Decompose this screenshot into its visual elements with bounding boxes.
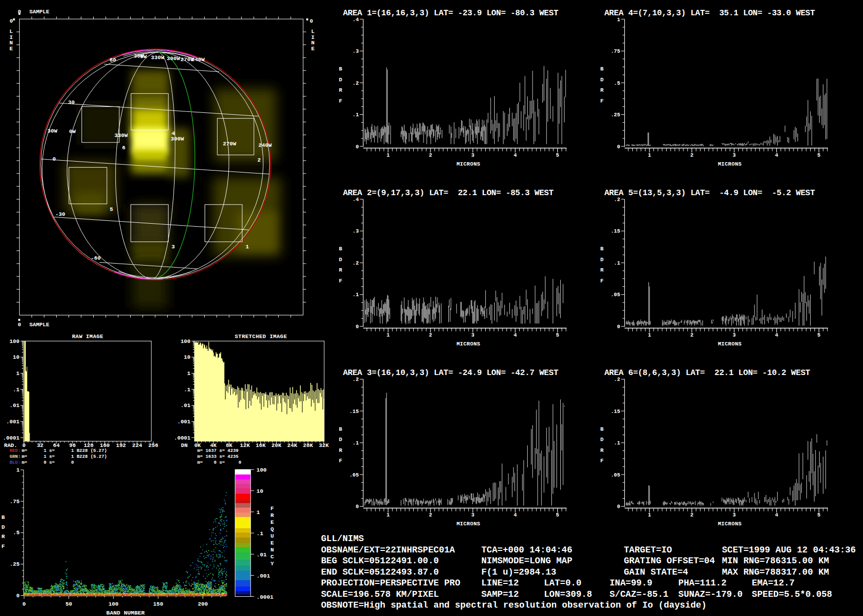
svg-text:330W: 330W [114, 133, 128, 138]
svg-text:N: N [311, 40, 315, 46]
svg-text:MICRONS: MICRONS [718, 341, 742, 347]
svg-text:300W: 300W [171, 136, 184, 142]
svg-text:10: 10 [13, 354, 20, 360]
svg-text:DN: DN [181, 443, 187, 448]
svg-text:0K: 0K [194, 443, 201, 448]
svg-text:R: R [339, 87, 342, 93]
svg-text:20K: 20K [272, 443, 282, 448]
svg-text:0: 0 [18, 9, 21, 15]
svg-text:R: R [339, 447, 342, 453]
svg-text:256: 256 [148, 443, 158, 448]
svg-text:EMA=12.7: EMA=12.7 [752, 578, 795, 588]
svg-text:R: R [339, 267, 342, 273]
svg-text:0: 0 [16, 593, 20, 599]
svg-text:0: 0 [356, 504, 359, 510]
svg-text:D: D [1, 524, 5, 530]
svg-text:R: R [271, 513, 274, 518]
svg-text:300W: 300W [167, 56, 180, 62]
svg-text:16K: 16K [256, 443, 266, 448]
svg-text:F(1 u)=2984.13: F(1 u)=2984.13 [481, 567, 556, 577]
svg-text:F: F [600, 458, 604, 464]
svg-text:1: 1 [648, 512, 651, 518]
svg-text:AREA 1=(16,16,3,3) LAT= -23.9: AREA 1=(16,16,3,3) LAT= -23.9 LON= -80.3… [343, 8, 558, 18]
svg-text:TCA=+000 14:04:46: TCA=+000 14:04:46 [481, 545, 573, 555]
svg-text:0W: 0W [140, 54, 147, 60]
svg-text:270W: 270W [223, 141, 236, 147]
svg-text:.01: .01 [256, 551, 267, 558]
svg-text:AREA 5=(13,5,3,3) LAT= -4.9 L: AREA 5=(13,5,3,3) LAT= -4.9 LON= -5.2 WE… [604, 188, 815, 198]
svg-text:R: R [600, 87, 604, 93]
svg-text:3: 3 [471, 332, 474, 338]
svg-text:B: B [600, 426, 604, 432]
svg-text:PROJECTION=PERSPECTIVE PRO: PROJECTION=PERSPECTIVE PRO [321, 578, 460, 588]
svg-text:60: 60 [109, 57, 116, 63]
svg-text:GRN:: GRN: [9, 454, 20, 459]
svg-text:U: U [271, 533, 274, 539]
svg-text:N: N [271, 547, 274, 553]
svg-text:10: 10 [256, 488, 263, 494]
svg-text:.05: .05 [611, 292, 620, 298]
svg-text:.1: .1 [614, 260, 620, 266]
svg-text:RED:: RED: [9, 448, 20, 453]
svg-text:TARGET=IO: TARGET=IO [624, 545, 672, 555]
svg-text:Y: Y [271, 561, 274, 567]
svg-text:192: 192 [116, 443, 126, 448]
svg-text:4: 4 [775, 152, 778, 158]
svg-text:OBSNOTE=High spatial and spect: OBSNOTE=High spatial and spectral resolu… [321, 600, 707, 610]
svg-text:Q: Q [271, 526, 274, 532]
svg-text:1: 1 [387, 332, 390, 338]
svg-text:0: 0 [617, 324, 620, 330]
svg-text:F: F [339, 278, 342, 284]
svg-text:BLU:: BLU: [9, 460, 20, 465]
svg-text:m= 1 s= 1 B228 (5.27: m= 1 s= 1 B228 (5.27) [22, 448, 107, 453]
svg-text:SAMP=12: SAMP=12 [481, 589, 519, 599]
svg-text:240W: 240W [191, 57, 205, 63]
svg-text:.25: .25 [9, 561, 20, 567]
svg-text:160: 160 [100, 443, 109, 448]
svg-text:2: 2 [429, 512, 432, 518]
svg-text:1: 1 [387, 152, 390, 158]
svg-text:30W: 30W [47, 128, 58, 134]
svg-text:1: 1 [648, 152, 651, 158]
svg-text:3: 3 [172, 244, 175, 250]
svg-text:N: N [9, 40, 13, 46]
svg-text:4: 4 [513, 152, 517, 158]
svg-text:10: 10 [184, 354, 191, 360]
svg-text:5: 5 [556, 332, 559, 338]
svg-text:50: 50 [66, 601, 72, 607]
svg-text:4: 4 [513, 512, 517, 518]
svg-text:0: 0 [22, 443, 26, 448]
svg-text:4: 4 [775, 332, 778, 338]
svg-text:.3: .3 [353, 48, 359, 54]
svg-text:4: 4 [513, 332, 517, 338]
svg-text:D: D [600, 437, 604, 443]
svg-text:.3: .3 [353, 228, 359, 234]
svg-text:0: 0 [10, 18, 13, 24]
svg-text:2: 2 [690, 332, 693, 338]
svg-text:GRATING OFFSET=04: GRATING OFFSET=04 [624, 556, 715, 566]
svg-text:128: 128 [84, 443, 94, 448]
svg-text:E: E [9, 46, 13, 52]
svg-text:.1: .1 [13, 387, 20, 393]
svg-text:MICRONS: MICRONS [457, 161, 480, 167]
svg-text:1: 1 [16, 371, 20, 376]
svg-text:S/CAZ=-85.1: S/CAZ=-85.1 [610, 589, 669, 599]
svg-text:.1: .1 [353, 292, 359, 298]
svg-text:0: 0 [310, 18, 313, 24]
svg-text:MAX RNG=788317.00 KM: MAX RNG=788317.00 KM [722, 567, 829, 577]
svg-text:SPEED=5.5*0.058: SPEED=5.5*0.058 [752, 589, 832, 599]
svg-text:0: 0 [23, 601, 26, 607]
svg-text:1: 1 [256, 509, 260, 515]
svg-text:.001: .001 [177, 419, 190, 425]
svg-text:D: D [600, 77, 604, 83]
svg-text:2: 2 [690, 152, 693, 158]
svg-text:3: 3 [471, 512, 474, 518]
svg-text:B: B [339, 426, 342, 432]
svg-text:96: 96 [69, 443, 76, 448]
svg-text:D: D [600, 257, 604, 263]
svg-text:1: 1 [648, 332, 651, 338]
svg-text:B: B [1, 514, 5, 520]
svg-text:L: L [311, 29, 315, 34]
svg-text:L: L [9, 29, 13, 34]
svg-text:.001: .001 [6, 419, 20, 425]
